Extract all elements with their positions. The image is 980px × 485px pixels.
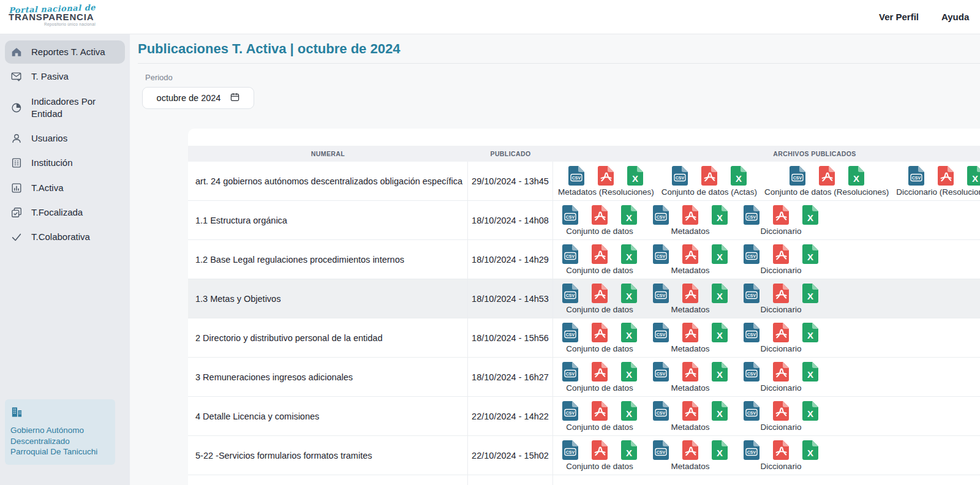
csv-file-icon[interactable]: CSV: [744, 284, 760, 303]
xlsx-file-icon[interactable]: X: [621, 323, 637, 342]
xlsx-file-icon[interactable]: X: [712, 205, 728, 225]
pdf-file-icon[interactable]: [592, 440, 608, 460]
csv-file-icon[interactable]: CSV: [562, 244, 578, 264]
pdf-file-icon[interactable]: [598, 166, 614, 186]
xlsx-file-icon[interactable]: X: [621, 362, 637, 382]
entity-card[interactable]: Gobierno Autónomo Descentralizado Parroq…: [5, 399, 115, 465]
csv-file-icon[interactable]: CSV: [744, 362, 760, 382]
xlsx-file-icon[interactable]: X: [731, 166, 747, 186]
xlsx-file-icon[interactable]: X: [621, 205, 637, 225]
pdf-file-icon[interactable]: [592, 323, 608, 342]
xlsx-file-icon[interactable]: X: [712, 440, 728, 460]
pdf-file-icon[interactable]: [773, 284, 789, 303]
ayuda-link[interactable]: Ayuda: [941, 12, 969, 22]
sidebar-item-reportes-t-activa[interactable]: Reportes T. Activa: [5, 40, 125, 64]
csv-file-icon[interactable]: CSV: [653, 401, 669, 421]
csv-file-icon[interactable]: CSV: [653, 284, 669, 303]
pdf-file-icon[interactable]: [682, 401, 698, 421]
csv-file-icon[interactable]: CSV: [653, 362, 669, 382]
xlsx-file-icon[interactable]: X: [802, 284, 818, 303]
pdf-file-icon[interactable]: [682, 205, 698, 225]
xlsx-file-icon[interactable]: X: [802, 205, 818, 225]
xlsx-file-icon[interactable]: X: [621, 244, 637, 264]
csv-file-icon[interactable]: CSV: [672, 166, 688, 186]
sidebar-item-usuarios[interactable]: Usuarios: [5, 127, 125, 150]
xlsx-file-icon[interactable]: X: [967, 166, 980, 186]
pdf-file-icon[interactable]: [592, 284, 608, 303]
pdf-file-icon[interactable]: [938, 166, 954, 186]
file-icons-row: CSVX: [744, 323, 818, 342]
sidebar-item-instituci-n[interactable]: Institución: [5, 151, 125, 175]
pdf-file-icon[interactable]: [592, 401, 608, 421]
xlsx-file-icon[interactable]: X: [621, 401, 637, 421]
pdf-file-icon[interactable]: [592, 362, 608, 382]
sidebar-item-t-pasiva[interactable]: T. Pasiva: [5, 65, 125, 88]
sidebar-item-indicadores-por-entidad[interactable]: Indicadores Por Entidad: [5, 90, 125, 126]
pdf-file-icon[interactable]: [701, 166, 717, 186]
calendar-icon[interactable]: [230, 92, 239, 103]
svg-text:CSV: CSV: [657, 332, 666, 336]
pdf-file-icon[interactable]: [773, 205, 789, 225]
pdf-file-icon[interactable]: [682, 362, 698, 382]
csv-file-icon[interactable]: CSV: [562, 440, 578, 460]
svg-text:X: X: [626, 369, 632, 379]
xlsx-file-icon[interactable]: X: [802, 362, 818, 382]
xlsx-file-icon[interactable]: X: [712, 244, 728, 264]
csv-file-icon[interactable]: CSV: [562, 362, 578, 382]
pdf-file-icon[interactable]: [682, 284, 698, 303]
csv-file-icon[interactable]: CSV: [562, 284, 578, 303]
csv-file-icon[interactable]: CSV: [744, 440, 760, 460]
xlsx-file-icon[interactable]: X: [621, 440, 637, 460]
pdf-file-icon[interactable]: [682, 440, 698, 460]
publicado-cell: [468, 475, 553, 485]
pdf-file-icon[interactable]: [682, 244, 698, 264]
csv-file-icon[interactable]: CSV: [790, 166, 805, 186]
pdf-file-icon[interactable]: [592, 244, 608, 264]
csv-file-icon[interactable]: CSV: [653, 205, 669, 225]
csv-file-icon[interactable]: CSV: [908, 166, 924, 186]
csv-file-icon[interactable]: CSV: [744, 244, 760, 264]
ver-perfil-link[interactable]: Ver Perfil: [879, 12, 919, 22]
xlsx-file-icon[interactable]: X: [802, 401, 818, 421]
svg-text:CSV: CSV: [566, 449, 575, 454]
pdf-file-icon[interactable]: [773, 323, 789, 342]
csv-file-icon[interactable]: CSV: [653, 244, 669, 264]
pdf-file-icon[interactable]: [592, 205, 608, 225]
pdf-file-icon[interactable]: [773, 401, 789, 421]
sidebar-item-t-activa[interactable]: T.Activa: [5, 176, 125, 200]
xlsx-file-icon[interactable]: X: [802, 323, 818, 342]
pdf-file-icon[interactable]: [773, 362, 789, 382]
publicado-cell: 18/10/2024 - 14h08: [468, 201, 553, 239]
pdf-file-icon[interactable]: [773, 440, 789, 460]
period-date-input[interactable]: octubre de 2024: [142, 87, 254, 109]
numeral-cell: 1.3 Metas y Objetivos: [188, 279, 468, 318]
xlsx-file-icon[interactable]: X: [802, 440, 818, 460]
csv-file-icon[interactable]: CSV: [568, 166, 584, 186]
csv-file-icon[interactable]: CSV: [562, 205, 578, 225]
xlsx-file-icon[interactable]: X: [712, 323, 728, 342]
xlsx-file-icon[interactable]: X: [712, 362, 728, 382]
csv-file-icon[interactable]: CSV: [562, 323, 578, 342]
xlsx-file-icon[interactable]: X: [848, 166, 864, 186]
pdf-file-icon[interactable]: [819, 166, 835, 186]
portal-logo[interactable]: Portal nacional de TRANSPARENCIA Reposit…: [9, 4, 96, 26]
xlsx-file-icon[interactable]: X: [621, 284, 637, 303]
csv-file-icon[interactable]: CSV: [562, 401, 578, 421]
csv-file-icon[interactable]: CSV: [653, 323, 669, 342]
xlsx-file-icon[interactable]: X: [712, 284, 728, 303]
csv-file-icon[interactable]: CSV: [744, 401, 760, 421]
archivos-cell: CSVXConjunto de datosCSVXMetadatosCSVXDi…: [553, 279, 980, 318]
csv-file-icon[interactable]: CSV: [744, 205, 760, 225]
xlsx-file-icon[interactable]: X: [802, 244, 818, 264]
sidebar-item-t-focalizada[interactable]: T.Focalizada: [5, 201, 125, 224]
csv-file-icon[interactable]: CSV: [744, 323, 760, 342]
xlsx-file-icon[interactable]: X: [712, 401, 728, 421]
svg-text:CSV: CSV: [747, 449, 756, 454]
sidebar-item-t-colaborativa[interactable]: T.Colaborativa: [5, 225, 125, 249]
pdf-file-icon[interactable]: [682, 323, 698, 342]
pdf-file-icon[interactable]: [773, 244, 789, 264]
svg-text:CSV: CSV: [657, 371, 666, 375]
csv-file-icon[interactable]: CSV: [653, 440, 669, 460]
xlsx-file-icon[interactable]: X: [627, 166, 643, 186]
file-group-conjunto-de-datos: CSVXConjunto de datos: [554, 362, 645, 393]
